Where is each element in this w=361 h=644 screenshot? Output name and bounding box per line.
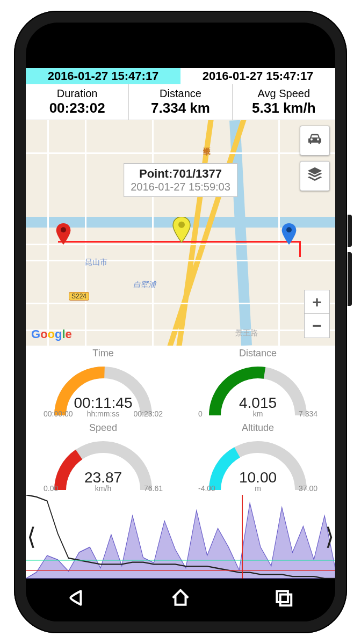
map-layers-button[interactable] [300, 161, 330, 191]
nav-recents-button[interactable] [273, 588, 294, 612]
gauge-title: Time [26, 348, 180, 359]
map-point-tooltip[interactable]: Point:701/1377 2016-01-27 15:59:03 [124, 163, 237, 197]
stat-label: Duration [26, 87, 128, 100]
stats-row: Duration 00:23:02 Distance 7.334 km Avg … [26, 84, 335, 120]
map-river-label: 白墅浦 [133, 280, 156, 290]
gauge-max: 00:23:02 [134, 409, 163, 418]
timeline-chart[interactable]: ⟨ ⟩ [26, 495, 335, 579]
gauge-title: Distance [180, 348, 335, 359]
svg-rect-6 [277, 591, 288, 602]
gauge-min: 0 [198, 409, 203, 418]
map-road [278, 120, 280, 346]
gauge-min: 00:00:00 [44, 409, 73, 418]
timestamp-end[interactable]: 2016-01-27 15:47:17 [180, 68, 335, 84]
map-directions-button[interactable] [300, 126, 330, 156]
tooltip-title: Point:701/1377 [131, 167, 230, 181]
timestamp-bar: 2016-01-27 15:47:17 2016-01-27 15:47:17 [26, 68, 335, 84]
phone-frame: 2016-01-27 15:47:17 2016-01-27 15:47:17 … [14, 11, 347, 633]
map-city-label: 昆山市 [85, 258, 107, 267]
gauge-max: 7.334 [299, 409, 317, 418]
timeline-next-button[interactable]: ⟩ [325, 523, 334, 551]
gauge-max: 76.61 [144, 484, 163, 493]
map-zoom-out-button[interactable]: − [305, 314, 329, 338]
stat-label: Distance [129, 87, 232, 100]
map-road [26, 152, 335, 154]
phone-side-button [348, 252, 352, 306]
map-hwy-badge: S224 [69, 292, 89, 301]
stat-value: 5.31 km/h [233, 100, 335, 116]
map-zoom-control: + − [304, 290, 330, 338]
car-icon [306, 130, 323, 151]
map-pin-start[interactable] [56, 223, 71, 245]
map-pin-current[interactable] [172, 217, 191, 243]
app-screen: 2016-01-27 15:47:17 2016-01-27 15:47:17 … [26, 68, 335, 579]
timeline-prev-button[interactable]: ⟨ [27, 523, 36, 551]
map-pin-end[interactable] [281, 223, 297, 245]
map-road [85, 120, 86, 346]
map-view[interactable]: 昆山市 白墅浦 景王路 中环东线 S224 Point:701/ [26, 120, 335, 346]
gauge-title: Altitude [180, 422, 335, 434]
google-logo: Google [31, 327, 72, 341]
map-track [299, 241, 301, 257]
timeline-plot [26, 495, 335, 579]
map-road [152, 120, 154, 346]
map-road [26, 330, 335, 331]
gauge-min: 0.00 [44, 484, 58, 493]
map-road [26, 260, 335, 261]
svg-point-0 [61, 227, 66, 232]
map-road [47, 120, 49, 346]
stat-distance[interactable]: Distance 7.334 km [129, 84, 232, 120]
map-road [26, 303, 335, 304]
stat-duration[interactable]: Duration 00:23:02 [26, 84, 129, 120]
gauge-time[interactable]: Time 00:11:45 hh:mm:ss 00:00:00 00:23:02 [26, 346, 180, 420]
stat-value: 7.334 km [129, 100, 232, 116]
nav-home-button[interactable] [170, 588, 191, 612]
phone-bezel: 2016-01-27 15:47:17 2016-01-27 15:47:17 … [26, 23, 335, 621]
stat-avg-speed[interactable]: Avg Speed 5.31 km/h [233, 84, 335, 120]
gauge-speed[interactable]: Speed 23.87 km/h 0.00 76.61 [26, 420, 180, 495]
gauge-max: 37.00 [299, 484, 317, 493]
stat-label: Avg Speed [233, 87, 335, 100]
phone-side-button [348, 215, 352, 247]
gauge-title: Speed [26, 422, 180, 434]
stat-value: 00:23:02 [26, 100, 128, 116]
map-road-label: 景王路 [235, 328, 258, 338]
gauges-grid: Time 00:11:45 hh:mm:ss 00:00:00 00:23:02… [26, 346, 335, 495]
gauge-distance[interactable]: Distance 4.015 km 0 7.334 [180, 346, 335, 420]
nav-back-button[interactable] [67, 588, 88, 612]
svg-point-2 [286, 227, 292, 232]
tooltip-subtitle: 2016-01-27 15:59:03 [131, 181, 230, 193]
timestamp-start[interactable]: 2016-01-27 15:47:17 [26, 68, 180, 84]
gauge-min: -4.00 [198, 484, 215, 493]
map-zoom-in-button[interactable]: + [305, 290, 329, 314]
svg-point-1 [178, 222, 185, 228]
layers-icon [306, 166, 323, 187]
gauge-altitude[interactable]: Altitude 10.00 m -4.00 37.00 [180, 420, 335, 495]
android-navbar [26, 579, 335, 621]
svg-rect-7 [280, 595, 292, 606]
